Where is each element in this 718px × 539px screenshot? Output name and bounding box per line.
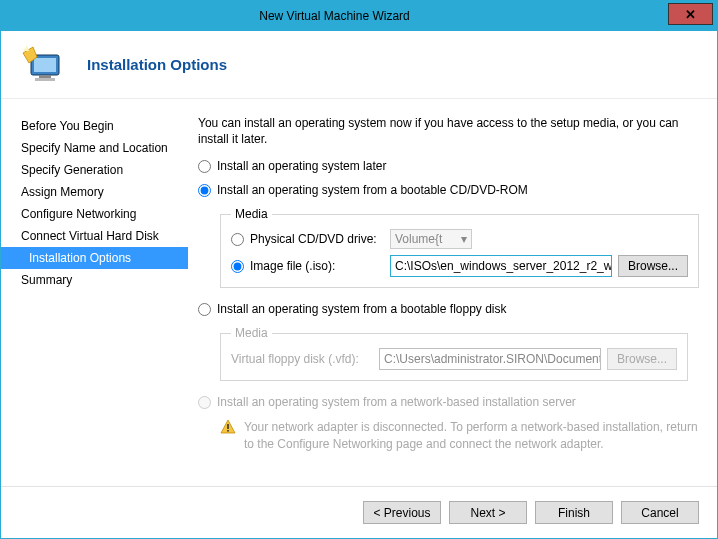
next-button[interactable]: Next > [449,501,527,524]
svg-rect-7 [227,424,229,429]
sidebar-item-configure-networking[interactable]: Configure Networking [1,203,188,225]
header: Installation Options [1,31,717,99]
media-fieldset-cddvd: Media Physical CD/DVD drive: Volume{t ▾ … [220,207,699,288]
finish-button[interactable]: Finish [535,501,613,524]
sidebar-item-installation-options[interactable]: Installation Options [1,247,188,269]
wizard-window: New Virtual Machine Wizard ✕ Installatio… [0,0,718,539]
network-warning: Your network adapter is disconnected. To… [220,419,699,451]
radio-install-cddvd[interactable] [198,184,211,197]
svg-rect-8 [227,430,229,432]
network-warning-text: Your network adapter is disconnected. To… [244,419,699,451]
browse-iso-button[interactable]: Browse... [618,255,688,277]
radio-install-later[interactable] [198,160,211,173]
svg-rect-1 [34,58,56,72]
image-file-row[interactable]: Image file (.iso): C:\ISOs\en_windows_se… [231,255,688,277]
sidebar-item-assign-memory[interactable]: Assign Memory [1,181,188,203]
content: You can install an operating system now … [188,99,717,486]
browse-vfd-button: Browse... [607,348,677,370]
body: Before You Begin Specify Name and Locati… [1,99,717,486]
sidebar: Before You Begin Specify Name and Locati… [1,99,188,486]
wizard-icon [19,41,67,89]
option-install-cddvd[interactable]: Install an operating system from a boota… [198,183,699,197]
window-title: New Virtual Machine Wizard [1,9,668,23]
cancel-button[interactable]: Cancel [621,501,699,524]
media-legend: Media [231,207,272,221]
svg-rect-2 [39,75,51,78]
option-install-network-label: Install an operating system from a netwo… [217,395,576,409]
titlebar: New Virtual Machine Wizard ✕ [1,1,717,31]
option-install-floppy-label: Install an operating system from a boota… [217,302,507,316]
intro-text: You can install an operating system now … [198,115,699,147]
close-button[interactable]: ✕ [668,3,713,25]
svg-rect-3 [35,78,55,81]
sidebar-item-connect-vhd[interactable]: Connect Virtual Hard Disk [1,225,188,247]
radio-install-network [198,396,211,409]
option-install-later-label: Install an operating system later [217,159,386,173]
physical-drive-row[interactable]: Physical CD/DVD drive: Volume{t ▾ [231,229,688,249]
media-fieldset-floppy: Media Virtual floppy disk (.vfd): C:\Use… [220,326,688,381]
sidebar-item-specify-name[interactable]: Specify Name and Location [1,137,188,159]
warning-icon [220,419,236,435]
option-install-later[interactable]: Install an operating system later [198,159,699,173]
svg-marker-5 [23,45,29,51]
sidebar-item-before-you-begin[interactable]: Before You Begin [1,115,188,137]
footer: < Previous Next > Finish Cancel [1,486,717,538]
physical-drive-select[interactable]: Volume{t ▾ [390,229,472,249]
radio-physical-drive[interactable] [231,233,244,246]
image-file-input[interactable]: C:\ISOs\en_windows_server_2012_r2_with_u… [390,255,612,277]
radio-install-floppy[interactable] [198,303,211,316]
vfd-input: C:\Users\administrator.SIRON\Documents\ [379,348,601,370]
vfd-row: Virtual floppy disk (.vfd): C:\Users\adm… [231,348,677,370]
page-title: Installation Options [87,56,227,73]
option-install-network: Install an operating system from a netwo… [198,395,699,409]
previous-button[interactable]: < Previous [363,501,441,524]
radio-image-file[interactable] [231,260,244,273]
option-install-cddvd-label: Install an operating system from a boota… [217,183,528,197]
sidebar-item-summary[interactable]: Summary [1,269,188,291]
close-icon: ✕ [685,7,696,22]
media-legend-floppy: Media [231,326,272,340]
image-file-label: Image file (.iso): [250,259,390,273]
physical-drive-label: Physical CD/DVD drive: [250,232,390,246]
physical-drive-value: Volume{t [395,232,442,246]
vfd-label: Virtual floppy disk (.vfd): [231,352,379,366]
sidebar-item-specify-generation[interactable]: Specify Generation [1,159,188,181]
option-install-floppy[interactable]: Install an operating system from a boota… [198,302,699,316]
chevron-down-icon: ▾ [461,232,467,246]
